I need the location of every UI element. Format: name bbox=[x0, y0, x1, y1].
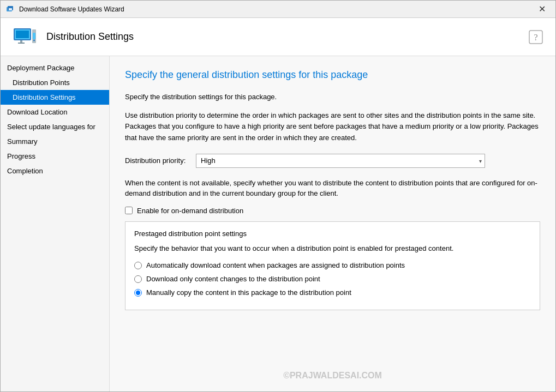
radio-auto-download-row: Automatically download content when pack… bbox=[134, 261, 531, 269]
sidebar-item-distribution-points[interactable]: Distribution Points bbox=[1, 75, 109, 90]
title-bar: Download Software Updates Wizard ✕ bbox=[1, 1, 555, 18]
prestaged-title: Prestaged distribution point settings bbox=[134, 230, 531, 238]
radio-auto-download-label[interactable]: Automatically download content when pack… bbox=[146, 261, 405, 269]
sidebar-item-summary[interactable]: Summary bbox=[1, 134, 109, 149]
radio-download-changes[interactable] bbox=[134, 275, 142, 283]
sidebar-item-completion[interactable]: Completion bbox=[1, 164, 109, 178]
sidebar-item-progress[interactable]: Progress bbox=[1, 149, 109, 164]
sidebar: Deployment Package Distribution Points D… bbox=[1, 56, 110, 391]
enable-on-demand-row: Enable for on-demand distribution bbox=[125, 207, 540, 215]
svg-text:?: ? bbox=[534, 33, 537, 42]
priority-label: Distribution priority: bbox=[125, 156, 196, 165]
on-demand-text: When the content is not available, speci… bbox=[125, 178, 540, 199]
header-title: Distribution Settings bbox=[46, 31, 527, 43]
description-text: Specify the distribution settings for th… bbox=[125, 92, 540, 102]
radio-download-changes-row: Download only content changes to the dis… bbox=[134, 275, 531, 283]
main-window: Download Software Updates Wizard ✕ Distr… bbox=[0, 0, 556, 392]
sidebar-item-download-location[interactable]: Download Location bbox=[1, 105, 109, 119]
svg-rect-9 bbox=[33, 33, 35, 39]
sidebar-item-deployment-package[interactable]: Deployment Package bbox=[1, 61, 109, 75]
svg-rect-7 bbox=[18, 43, 25, 44]
prestaged-box: Prestaged distribution point settings Sp… bbox=[125, 221, 540, 311]
prestaged-description: Specify the behavior that you want to oc… bbox=[134, 243, 531, 254]
priority-row: Distribution priority: High Medium Low ▾ bbox=[125, 154, 540, 168]
radio-manually-copy[interactable] bbox=[134, 289, 142, 297]
sidebar-item-select-update-languages[interactable]: Select update languages for bbox=[1, 119, 109, 134]
page-heading: Specify the general distribution setting… bbox=[125, 69, 540, 81]
header-computer-icon bbox=[11, 24, 38, 50]
radio-download-changes-label[interactable]: Download only content changes to the dis… bbox=[146, 275, 320, 283]
close-button[interactable]: ✕ bbox=[534, 1, 550, 17]
header-bar: Distribution Settings ? bbox=[1, 18, 555, 56]
sidebar-item-distribution-settings[interactable]: Distribution Settings bbox=[1, 90, 109, 105]
svg-point-10 bbox=[33, 39, 35, 41]
section-text: Use distribution priority to determine t… bbox=[125, 110, 540, 144]
help-icon[interactable]: ? bbox=[527, 28, 545, 46]
svg-rect-2 bbox=[9, 8, 12, 10]
main-wrapper: Specify the general distribution setting… bbox=[110, 56, 555, 391]
priority-select-wrapper: High Medium Low ▾ bbox=[196, 154, 485, 168]
svg-rect-5 bbox=[16, 31, 29, 38]
main-panel: Specify the general distribution setting… bbox=[110, 56, 555, 391]
priority-select[interactable]: High Medium Low bbox=[196, 154, 485, 168]
radio-manually-copy-label[interactable]: Manually copy the content in this packag… bbox=[146, 288, 351, 297]
content-area: Deployment Package Distribution Points D… bbox=[1, 56, 555, 391]
enable-on-demand-label[interactable]: Enable for on-demand distribution bbox=[137, 207, 243, 215]
app-icon bbox=[6, 5, 15, 14]
title-bar-text: Download Software Updates Wizard bbox=[19, 5, 534, 13]
radio-auto-download[interactable] bbox=[134, 262, 142, 269]
enable-on-demand-checkbox[interactable] bbox=[125, 207, 133, 214]
radio-manually-copy-row: Manually copy the content in this packag… bbox=[134, 288, 531, 297]
